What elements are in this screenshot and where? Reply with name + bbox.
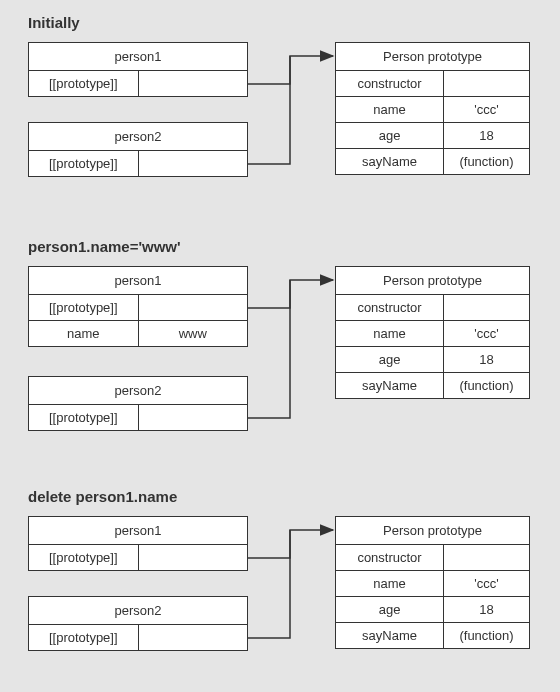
object-row: [[prototype]]	[29, 151, 247, 176]
object-row: age 18	[336, 597, 529, 623]
cell-key: age	[336, 597, 444, 622]
cell-val	[444, 295, 529, 320]
cell-key: [[prototype]]	[29, 71, 139, 96]
cell-key: name	[336, 571, 444, 596]
cell-val: (function)	[444, 149, 529, 174]
object-row: [[prototype]]	[29, 545, 247, 570]
object-row: [[prototype]]	[29, 71, 247, 96]
cell-val	[444, 545, 529, 570]
cell-val	[139, 625, 248, 650]
cell-key: constructor	[336, 545, 444, 570]
object-row: sayName (function)	[336, 149, 529, 174]
object-prototype: Person prototype constructor name 'ccc' …	[335, 516, 530, 649]
section-assign: person1.name='www' person1 [[prototype]]…	[0, 238, 560, 463]
object-row: [[prototype]]	[29, 405, 247, 430]
cell-val: (function)	[444, 623, 529, 648]
section-title: Initially	[28, 14, 80, 31]
object-person2: person2 [[prototype]]	[28, 376, 248, 431]
object-row: sayName (function)	[336, 373, 529, 398]
cell-key: name	[336, 97, 444, 122]
cell-val: 18	[444, 597, 529, 622]
object-header: person2	[29, 597, 247, 625]
object-header: Person prototype	[336, 267, 529, 295]
object-header: Person prototype	[336, 43, 529, 71]
object-row: name www	[29, 321, 247, 346]
cell-key: [[prototype]]	[29, 625, 139, 650]
cell-key: constructor	[336, 71, 444, 96]
object-header: person1	[29, 267, 247, 295]
cell-val	[139, 405, 248, 430]
cell-key: constructor	[336, 295, 444, 320]
cell-val	[444, 71, 529, 96]
cell-key: name	[29, 321, 139, 346]
section-delete: delete person1.name person1 [[prototype]…	[0, 488, 560, 688]
cell-key: sayName	[336, 623, 444, 648]
cell-val: 'ccc'	[444, 571, 529, 596]
cell-key: [[prototype]]	[29, 151, 139, 176]
object-prototype: Person prototype constructor name 'ccc' …	[335, 42, 530, 175]
cell-val	[139, 295, 248, 320]
cell-val: 18	[444, 123, 529, 148]
object-row: sayName (function)	[336, 623, 529, 648]
cell-key: [[prototype]]	[29, 295, 139, 320]
object-person1: person1 [[prototype]]	[28, 42, 248, 97]
object-row: constructor	[336, 545, 529, 571]
object-person2: person2 [[prototype]]	[28, 122, 248, 177]
cell-val: 'ccc'	[444, 321, 529, 346]
object-row: [[prototype]]	[29, 295, 247, 321]
cell-key: [[prototype]]	[29, 405, 139, 430]
object-prototype: Person prototype constructor name 'ccc' …	[335, 266, 530, 399]
object-header: person1	[29, 517, 247, 545]
object-row: age 18	[336, 123, 529, 149]
cell-val: (function)	[444, 373, 529, 398]
cell-val: www	[139, 321, 248, 346]
object-person1: person1 [[prototype]] name www	[28, 266, 248, 347]
object-row: constructor	[336, 71, 529, 97]
object-row: constructor	[336, 295, 529, 321]
object-row: name 'ccc'	[336, 97, 529, 123]
section-initially: Initially person1 [[prototype]] person2 …	[0, 14, 560, 214]
cell-key: age	[336, 123, 444, 148]
cell-key: sayName	[336, 373, 444, 398]
cell-key: [[prototype]]	[29, 545, 139, 570]
cell-key: sayName	[336, 149, 444, 174]
cell-val: 18	[444, 347, 529, 372]
object-row: name 'ccc'	[336, 321, 529, 347]
section-title: delete person1.name	[28, 488, 177, 505]
object-person1: person1 [[prototype]]	[28, 516, 248, 571]
cell-key: age	[336, 347, 444, 372]
object-person2: person2 [[prototype]]	[28, 596, 248, 651]
object-header: person2	[29, 123, 247, 151]
object-row: name 'ccc'	[336, 571, 529, 597]
cell-val	[139, 71, 248, 96]
object-header: Person prototype	[336, 517, 529, 545]
cell-val	[139, 151, 248, 176]
object-row: age 18	[336, 347, 529, 373]
cell-key: name	[336, 321, 444, 346]
section-title: person1.name='www'	[28, 238, 181, 255]
object-header: person2	[29, 377, 247, 405]
cell-val	[139, 545, 248, 570]
object-row: [[prototype]]	[29, 625, 247, 650]
object-header: person1	[29, 43, 247, 71]
cell-val: 'ccc'	[444, 97, 529, 122]
